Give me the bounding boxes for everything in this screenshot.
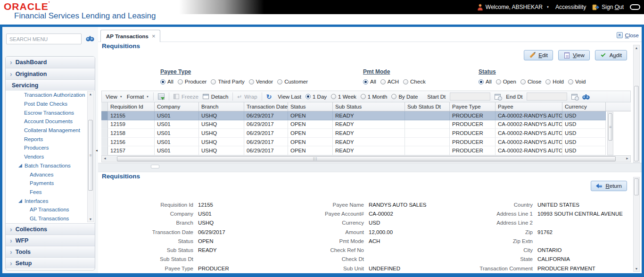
sidebar-item-vendors[interactable]: Vendors (6, 152, 95, 161)
sidebar-item-producers[interactable]: Producers (6, 143, 95, 152)
sidebar-section-servicing[interactable]: Servicing (6, 79, 95, 91)
detach-button[interactable]: Detach (203, 94, 228, 100)
column-header-requisition-id[interactable]: Requisition Id (108, 102, 155, 111)
radio-option-producer[interactable]: Producer (178, 79, 207, 84)
radio-option-hold[interactable]: Hold (545, 79, 564, 84)
column-header-company[interactable]: Company (155, 102, 199, 111)
table-vertical-scrollbar[interactable]: ≡ (607, 112, 613, 155)
sidebar-item-batch-transactions[interactable]: Batch Transactions (6, 161, 95, 170)
expanded-node-icon[interactable] (18, 164, 22, 168)
table-horizontal-scrollbar[interactable]: ◄ ||| ► (101, 155, 631, 162)
sidebar-section-setup[interactable]: ›Setup (6, 257, 95, 269)
radio-option-third-party[interactable]: Third Party (211, 79, 244, 84)
row-selector-cell[interactable] (101, 120, 108, 129)
radio-option-all[interactable]: All (479, 79, 492, 84)
scroll-left-arrow-icon[interactable]: ◄ (103, 157, 107, 160)
search-binoculars-icon[interactable] (582, 93, 590, 100)
scrollbar-thumb[interactable]: ≡ (88, 120, 93, 191)
sidebar-item-post-date-checks[interactable]: Post Date Checks (6, 100, 95, 109)
scroll-up-arrow-icon[interactable]: ▲ (88, 92, 93, 96)
radio-option-customer[interactable]: Customer (277, 79, 308, 84)
column-header-payee[interactable]: Payee (495, 102, 562, 111)
table-row[interactable]: 12158US01USHQ06/29/2017OPENREADYPRODUCER… (101, 129, 631, 138)
radio-option-by-date[interactable]: By Date (391, 94, 418, 100)
table-row[interactable]: 12155US01USHQ06/29/2017OPENREADYPRODUCER… (101, 111, 631, 120)
sidebar-section-wfp[interactable]: ›WFP (6, 235, 95, 246)
sidebar-item-payments[interactable]: Payments (6, 179, 95, 188)
sidebar-section-collections[interactable]: ›Collections (6, 223, 95, 235)
sidebar-item-reports[interactable]: Reports (6, 134, 95, 143)
sidebar-submenu-scrollbar[interactable]: ▲≡▼ (87, 91, 94, 222)
sidebar-item-gl-transactions[interactable]: GL Transactions (6, 214, 95, 223)
search-menu-input[interactable] (6, 34, 82, 44)
column-header-currency[interactable]: Currency (562, 102, 606, 111)
sidebar-item-transaction-authorization[interactable]: Transaction Authorization (6, 91, 95, 100)
scroll-down-arrow-icon[interactable]: ▼ (88, 218, 93, 221)
row-selector-cell[interactable] (101, 129, 108, 138)
sidebar-item-account-documents[interactable]: Account Documents (6, 117, 95, 126)
main-vertical-scrollbar[interactable]: ▲ (633, 45, 640, 163)
radio-option-1-week[interactable]: 1 Week (331, 94, 356, 100)
tab-ap-transactions[interactable]: AP Transactions × (100, 30, 160, 42)
start-dt-input[interactable] (450, 92, 490, 101)
sidebar-item-fees[interactable]: Fees (6, 188, 95, 197)
column-header-status[interactable]: Status (288, 102, 333, 111)
radio-option-open[interactable]: Open (496, 79, 516, 84)
calendar-icon[interactable] (495, 94, 501, 100)
sidebar-item-interfaces[interactable]: Interfaces (6, 196, 95, 205)
row-selector-cell[interactable] (101, 111, 108, 120)
radio-option-close[interactable]: Close (520, 79, 541, 84)
search-binoculars-icon[interactable] (85, 35, 96, 43)
radio-option-check[interactable]: Check (403, 79, 426, 84)
scroll-down-arrow-icon[interactable]: ▼ (634, 267, 639, 270)
table-row[interactable]: 12159US01USHQ06/29/2017OPENREADYPRODUCER… (101, 120, 631, 129)
sidebar-section-origination[interactable]: ›Origination (6, 68, 95, 79)
audit-button[interactable]: Audit (595, 50, 627, 60)
scrollbar-thumb[interactable] (634, 178, 639, 195)
view-button[interactable]: View (558, 50, 590, 60)
radio-option-1-day[interactable]: 1 Day (305, 94, 327, 100)
scroll-right-arrow-icon[interactable]: ► (626, 157, 629, 160)
sidebar-item-ap-transactions[interactable]: AP Transactions (6, 205, 95, 214)
radio-option-1-month[interactable]: 1 Month (361, 94, 388, 100)
return-button[interactable]: Return (591, 181, 627, 191)
format-menu[interactable]: Format▼ (127, 94, 149, 100)
column-header-sub-status-dt[interactable]: Sub Status Dt (405, 102, 450, 111)
end-dt-input[interactable] (527, 92, 567, 101)
tab-close-icon[interactable]: × (152, 33, 156, 40)
column-header-payee-type[interactable]: Payee Type (450, 102, 495, 111)
edit-button[interactable]: Edit (524, 50, 553, 60)
splitter-grip[interactable] (151, 165, 159, 168)
expanded-node-icon[interactable] (18, 199, 22, 203)
scrollbar-thumb[interactable]: ≡ (608, 113, 612, 141)
sidebar-section-tools[interactable]: ›Tools (6, 246, 95, 257)
query-by-example-icon[interactable] (158, 93, 165, 100)
sign-out-link[interactable]: Sign Out (592, 4, 624, 10)
refresh-icon[interactable]: ↻ (266, 93, 272, 100)
welcome-menu[interactable]: Welcome, ABSHEKAR ▼ (477, 4, 549, 11)
column-header-transaction-date[interactable]: Transaction Date (244, 102, 288, 111)
table-row[interactable]: 12156US01USHQ06/29/2017OPENREADYPRODUCER… (101, 138, 631, 147)
close-button[interactable]: × Close (617, 32, 639, 38)
scroll-up-arrow-icon[interactable]: ▲ (634, 46, 639, 50)
radio-option-void[interactable]: Void (568, 79, 586, 84)
scrollbar-thumb[interactable] (634, 86, 639, 161)
calendar-icon[interactable] (571, 94, 578, 100)
sidebar-item-collateral-management[interactable]: Collateral Management (6, 126, 95, 135)
accessibility-link[interactable]: Accessibility (555, 4, 586, 10)
table-row[interactable]: 12157US01USHQ06/29/2017OPENREADYPRODUCER… (101, 146, 631, 155)
row-selector-cell[interactable] (101, 146, 108, 155)
sidebar-item-advances[interactable]: Advances (6, 170, 95, 179)
detail-vertical-scrollbar[interactable]: ▼ (633, 177, 640, 272)
scrollbar-thumb[interactable]: ||| (117, 156, 616, 161)
radio-option-all[interactable]: All (363, 79, 376, 84)
row-selector-cell[interactable] (101, 138, 108, 147)
radio-option-ach[interactable]: ACH (380, 79, 399, 84)
column-header-sub-status[interactable]: Sub Status (333, 102, 405, 111)
sidebar-item-escrow-transactions[interactable]: Escrow Transactions (6, 108, 95, 117)
sidebar-section-dashboard[interactable]: ›DashBoard (6, 57, 95, 68)
column-header-branch[interactable]: Branch (199, 102, 244, 111)
radio-option-vendor[interactable]: Vendor (249, 79, 273, 84)
radio-option-all[interactable]: All (160, 79, 173, 84)
view-menu[interactable]: View▼ (106, 94, 123, 100)
